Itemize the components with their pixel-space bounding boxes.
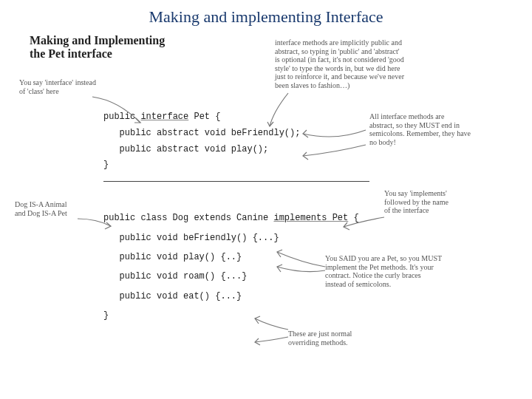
annotation-must-semicolon: All interface methods are abstract, so t… [369,112,510,146]
arrow-icon [266,89,303,134]
arrow-icon [89,93,155,130]
annotation-implicit: interface methods are implicitly public … [275,38,474,89]
keyword-implements: implements Pet [273,213,348,223]
arrow-icon [299,141,373,163]
annotation-is-a: Dog IS-A Animal and Dog IS-A Pet [15,200,67,217]
divider [103,181,369,182]
arrow-icon [340,214,392,232]
annotation-must-implement: You SAID you are a Pet, so you MUST impl… [325,254,488,288]
annotation-interface: You say 'interface' instead of 'class' h… [19,78,96,95]
content-area: Making and Implementing the Pet interfac… [0,34,532,325]
page-title: Making and implementing Interface [0,0,532,31]
arrow-icon [74,215,118,233]
annotation-implements: You say 'implements' followed by the nam… [384,189,449,215]
arrow-icon [273,263,332,282]
heading-line1: Making and Implementing [30,34,165,47]
heading-line2: the Pet interface [30,47,112,60]
arrow-icon [251,333,296,348]
annotation-overriding: These are just normal overriding methods… [288,330,352,347]
